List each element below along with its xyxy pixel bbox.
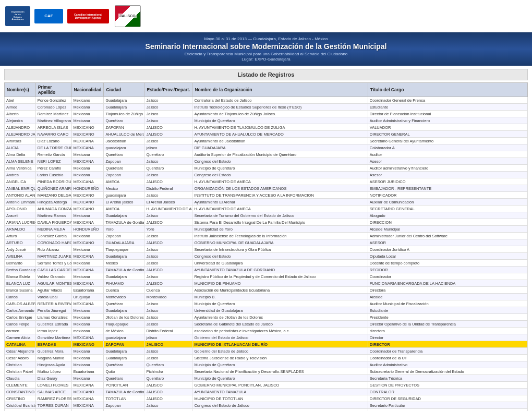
table-cell: Director de Desarrollo Municipal xyxy=(368,409,527,412)
table-cell: de México xyxy=(104,328,144,334)
table-cell: Gobierno del Estado de Jalisco xyxy=(192,409,368,412)
table-cell: Jalisco xyxy=(144,321,192,328)
table-row: CARLOS ALBERTORENTERIA RIVERAMEXICANAQue… xyxy=(5,300,528,307)
table-cell: RENTERIA RIVERA xyxy=(35,300,71,307)
table-row: ChristianHinojosas AyalaMexicanaQuerétar… xyxy=(5,361,528,368)
table-cell: Zapopan xyxy=(104,402,144,409)
records-table: Nombre(s) Primer Apellido Nacionalidad C… xyxy=(4,82,528,411)
table-cell: MEDINA MEJIA xyxy=(35,226,71,233)
table-cell: González Martínez xyxy=(35,334,71,341)
table-row: AndresLarios EusebioMexicanaZapopanJalis… xyxy=(5,172,528,178)
table-cell: Jalisco xyxy=(144,355,192,361)
table-cell: AGUILAR MONTES xyxy=(35,280,71,287)
table-cell: ESPADAS xyxy=(35,341,71,348)
table-cell: EMBAJADOR - REPRESENTANTE xyxy=(368,185,527,192)
table-cell: GOBIERNO MUNICIPAL PONCITLAN, JALISCO xyxy=(192,382,368,389)
table-cell: Guadalajara xyxy=(104,104,144,111)
table-cell: MEXICANA xyxy=(71,300,104,307)
table-cell: MEXICANO xyxy=(71,131,104,138)
table-cell: jalisco xyxy=(144,144,192,151)
table-cell: Quito xyxy=(104,368,144,375)
table-cell: MEXICANA xyxy=(71,178,104,185)
table-cell: Carlos Enrique xyxy=(5,314,36,321)
jalisco-emblem: JALISCO xyxy=(115,5,141,27)
table-cell: Jalisco xyxy=(144,111,192,117)
table-row: Bertha GuadalupeCASILLAS CARDENASMEXICAN… xyxy=(5,267,528,273)
table-row: ANGELICAPINEDA RODRIGUEZMEXICANAAMECAJAL… xyxy=(5,178,528,185)
table-cell: Municipio de Querétaro xyxy=(192,117,368,124)
table-cell: CONTRALOR xyxy=(368,389,527,395)
table-cell: Auditor administrativo y financiero xyxy=(368,165,527,172)
table-cell: Ayuntamiento de Tlajomulco de Zúñiga Jal… xyxy=(192,111,368,117)
table-cell: Alfonsas xyxy=(5,138,36,144)
table-cell: MANZANO DELGADO xyxy=(35,192,71,199)
table-row: ANTONIO ALANMANZANO DELGADOMEXICANOguada… xyxy=(5,192,528,199)
table-cell: MEXICANO xyxy=(71,199,104,206)
table-cell: Claudia xyxy=(5,375,36,382)
table-cell: Docente de tiempo completo xyxy=(368,260,527,267)
table-cell: Distrito Federal xyxy=(144,328,192,334)
table-cell: Secretario General del Ayuntamiento xyxy=(368,138,527,144)
table-cell: Guadalajara xyxy=(104,212,144,219)
table-cell: Mexico xyxy=(104,185,144,192)
table-row: BLANCA LUZAGUILAR MONTESMEXICANAPIHUAMOJ… xyxy=(5,280,528,287)
col-header-org: Nombre de la Organización xyxy=(192,83,368,97)
table-cell: El Arenal Jalisco xyxy=(144,199,192,206)
col-header-cargo: Título del Cargo xyxy=(368,83,527,97)
table-cell: Auditor Administrativo xyxy=(368,361,527,368)
table-row: ClaudiaDíaz GarayMexicanaQuerétaroQuerét… xyxy=(5,375,528,382)
table-row: APOLONIOAHUMADA GONZALEZMEXICANOAMECAH. … xyxy=(5,206,528,212)
table-row: CarlosVarela UbálUruguayaMontevideoMonte… xyxy=(5,294,528,300)
col-header-apellido: Primer Apellido xyxy=(35,83,71,97)
table-cell: MEXICANA xyxy=(71,138,104,144)
table-cell: MEXICANO xyxy=(71,389,104,395)
table-cell: MUNICIPIO DE PIHUAMO xyxy=(192,280,368,287)
table-cell: Zapopan xyxy=(104,172,144,178)
table-cell: Guadalajara xyxy=(104,273,144,280)
table-cell: AMECA xyxy=(104,178,144,185)
table-cell: Mexicano xyxy=(71,233,104,239)
table-cell: Jalostotitlán xyxy=(104,138,144,144)
table-cell: DIRECTOR DE SEGURIDAD xyxy=(368,395,527,402)
table-cell: ZAPOPAN xyxy=(104,341,144,348)
table-cell: Universidad de Guadalajara xyxy=(192,307,368,314)
table-cell: AYUNTAMIENTO TAMAZULA DE GORDIANO xyxy=(192,267,368,273)
table-row: CLEMENTELOMELI FLORESMEXICANAPONCITLANJA… xyxy=(5,382,528,389)
table-row: Alma DeliaRemetíz GarcíaMexicanaQuerétar… xyxy=(5,151,528,158)
table-cell: Yoro xyxy=(144,226,192,233)
table-cell: AYUNTAMIENTO DE AHUALULCO DE MERCADO xyxy=(192,131,368,138)
table-cell: JALISCO xyxy=(144,382,192,389)
table-row: carmenlerma lopezmexicanade MéxicoDistri… xyxy=(5,328,528,334)
table-cell: Cristóbal Evaristo xyxy=(5,402,36,409)
table-cell: MEXICANA xyxy=(71,409,104,412)
table-cell: Guadalajara xyxy=(104,97,144,104)
table-cell: QUIÑONEZ ARAIRENA xyxy=(35,185,71,192)
table-row: Carlos EnriqueLlamas GonzálezMexicanaJil… xyxy=(5,314,528,321)
table-cell: GUADALAJARA xyxy=(104,239,144,246)
jalisco-logo: JALISCO xyxy=(113,4,142,28)
table-cell: Administrador Junior del Centro del Soft… xyxy=(368,233,527,239)
canada-logo: Canadian InternationalDevelopment Agency xyxy=(67,9,109,23)
table-cell: Querétaro xyxy=(104,165,144,172)
table-cell: Contraloría del Estado de Jalisco xyxy=(192,97,368,104)
table-cell: Querétaro xyxy=(104,361,144,368)
table-cell: Guadalajara xyxy=(104,409,144,412)
table-cell: AHUMADA GONZALEZ xyxy=(35,206,71,212)
table-cell: Coordinador Jurídico A xyxy=(368,246,527,253)
col-header-ciudad: Ciudad xyxy=(104,83,144,97)
table-cell: Mexicana xyxy=(71,361,104,368)
table-cell: Jalisco xyxy=(144,233,192,239)
table-cell: CLEMENTE xyxy=(5,382,36,389)
table-cell: guadalajara xyxy=(104,192,144,199)
table-cell: Aimee xyxy=(5,104,36,111)
table-cell: Jalisco xyxy=(144,97,192,104)
table-row: CONSTANTINOSALINAS ARCEMEXICANOTAMAZULA … xyxy=(5,389,528,395)
table-cell: Director de Planeación Institucional xyxy=(368,111,527,117)
table-cell: Ecuatoriana xyxy=(71,287,104,294)
table-row: Antonio EmmanuelHinojoza AstorgaMEXICANO… xyxy=(5,199,528,206)
table-cell: Auditoría Superior de Fiscalización Muni… xyxy=(192,151,368,158)
table-cell: Mexicana xyxy=(71,104,104,111)
table-cell: CONSTANTINO xyxy=(5,389,36,395)
table-row: Carmen AliciaGonzález MartínezMEXICANAgu… xyxy=(5,334,528,341)
table-cell: Querétaro xyxy=(104,300,144,307)
